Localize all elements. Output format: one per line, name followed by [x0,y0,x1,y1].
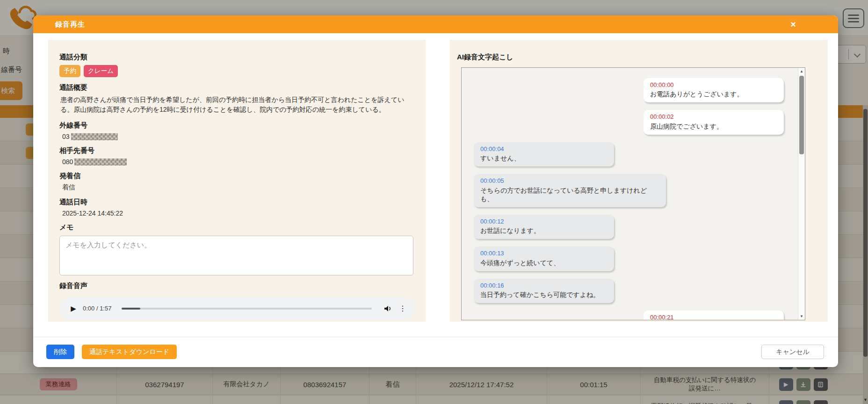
close-button[interactable]: × [790,15,796,33]
memo-label: メモ [59,223,413,232]
bubble-text: すいません、 [480,154,608,162]
party-number-value: 080 [59,158,413,166]
classification-label: 通話分類 [59,53,413,62]
transcript-bubble: 00:00:12 お世話になります。 [474,215,614,239]
scroll-up-icon[interactable]: ▲ [798,69,805,73]
bubble-timestamp: 00:00:21 [650,314,777,320]
bubble-timestamp: 00:00:12 [480,218,608,225]
transcript-messages: 00:00:00 お電話ありがとうございます。 00:00:02 原山病院でござ… [462,68,798,320]
screen: 時 線番号 検索 0362794152 予防接種センター 080 発信 [0,0,868,404]
memo-input[interactable] [59,236,413,275]
bubble-timestamp: 00:00:00 [650,81,777,89]
call-detail-panel: 通話分類 予約 クレーム 通話概要 患者の高野さんが頭痛で当日予約を希望したが、… [48,40,426,322]
tag-claim: クレーム [84,65,118,77]
audio-player: ▶ 0:00 / 1:57 ⋮ [59,297,415,320]
bubble-text: お世話になります。 [480,226,608,235]
transcript-bubble: 00:00:02 原山病院でございます。 [644,110,784,134]
modal-header: 録音再生 × [33,15,838,33]
tag-reservation: 予約 [59,65,80,77]
scroll-down-icon[interactable]: ▼ [798,314,805,318]
transcript-bubble: 00:00:21 本日の予約は可能です。 [644,310,784,320]
transcript-heading: AI録音文字起こし [457,53,828,62]
transcript-scrollbar-thumb[interactable] [799,76,804,154]
external-number-label: 外線番号 [59,121,413,130]
cancel-button[interactable]: キャンセル [761,345,824,359]
transcript-bubble: 00:00:13 今頭痛がずっと続いてて、 [474,246,614,271]
external-number-value: 03 [59,133,413,140]
modal-body: 通話分類 予約 クレーム 通話概要 患者の高野さんが頭痛で当日予約を希望したが、… [33,33,838,322]
bubble-timestamp: 00:00:02 [650,113,777,121]
transcript-download-button[interactable]: 通話テキストダウンロード [82,345,177,359]
audio-label: 録音音声 [59,281,413,290]
audio-progress [122,308,140,310]
volume-icon [384,305,392,312]
modal-footer: 削除 通話テキストダウンロード キャンセル [33,337,838,359]
transcript-scroll-area[interactable]: 00:00:00 お電話ありがとうございます。 00:00:02 原山病院でござ… [461,67,805,320]
transcript-scrollbar[interactable]: ▲ ▼ [798,68,805,320]
bubble-text: 今頭痛がずっと続いてて、 [480,259,608,267]
audio-time: 0:00 / 1:57 [83,305,111,312]
audio-volume-button[interactable] [384,305,392,312]
summary-label: 通話概要 [59,83,413,92]
bubble-text: 原山病院でございます。 [650,122,777,130]
bubble-timestamp: 00:00:16 [480,282,608,289]
bubble-timestamp: 00:00:04 [480,145,608,153]
direction-label: 発着信 [59,172,413,180]
recording-playback-modal: 録音再生 × 通話分類 予約 クレーム 通話概要 患者の高野さんが頭痛で当日予約… [33,15,838,367]
bubble-text: 当日予約って確かこちら可能ですよね。 [480,290,608,299]
blurred-number [74,159,127,166]
call-datetime-value: 2025-12-24 14:45:22 [59,209,413,217]
summary-text: 患者の高野さんが頭痛で当日予約を希望したが、前回の予約時に担当者から当日予約不可… [59,95,413,115]
delete-button[interactable]: 削除 [46,345,74,359]
transcript-panel: AI録音文字起こし 00:00:00 お電話ありがとうございます。 00:00:… [450,40,828,322]
direction-value: 着信 [59,183,413,192]
transcript-bubble: 00:00:05 そちらの方でお世話になっている高野と申しますけれども、 [474,174,666,207]
close-icon: × [790,19,796,30]
bubble-text: お電話ありがとうございます。 [650,90,777,98]
bubble-text: そちらの方でお世話になっている高野と申しますけれども、 [480,186,659,203]
play-icon: ▶ [71,304,76,312]
blurred-number [71,133,118,140]
bubble-timestamp: 00:00:05 [480,177,659,185]
call-datetime-label: 通話日時 [59,198,413,207]
transcript-bubble: 00:00:00 お電話ありがとうございます。 [644,78,784,102]
bubble-timestamp: 00:00:13 [480,250,608,257]
party-number-label: 相手先番号 [59,146,413,155]
audio-play-button[interactable]: ▶ [68,304,79,313]
audio-seek-slider[interactable] [122,308,372,310]
modal-title: 録音再生 [33,20,85,29]
transcript-bubble: 00:00:16 当日予約って確かこちら可能ですよね。 [474,279,614,303]
kebab-icon: ⋮ [399,304,406,312]
audio-menu-button[interactable]: ⋮ [399,304,406,313]
classification-tags: 予約 クレーム [59,65,413,77]
transcript-bubble: 00:00:04 すいません、 [474,142,614,166]
